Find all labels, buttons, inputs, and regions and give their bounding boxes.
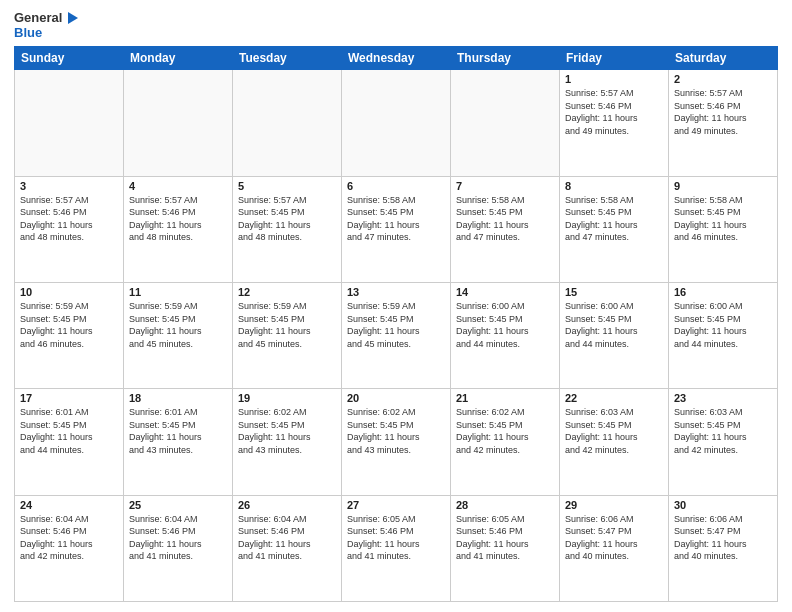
weekday-header-friday: Friday <box>560 47 669 70</box>
weekday-row: SundayMondayTuesdayWednesdayThursdayFrid… <box>15 47 778 70</box>
day-info: Sunrise: 5:59 AM Sunset: 5:45 PM Dayligh… <box>347 300 445 350</box>
day-info: Sunrise: 5:57 AM Sunset: 5:46 PM Dayligh… <box>20 194 118 244</box>
calendar-cell: 3Sunrise: 5:57 AM Sunset: 5:46 PM Daylig… <box>15 176 124 282</box>
calendar-cell: 24Sunrise: 6:04 AM Sunset: 5:46 PM Dayli… <box>15 495 124 601</box>
day-info: Sunrise: 6:06 AM Sunset: 5:47 PM Dayligh… <box>565 513 663 563</box>
calendar-cell: 13Sunrise: 5:59 AM Sunset: 5:45 PM Dayli… <box>342 282 451 388</box>
calendar-cell: 17Sunrise: 6:01 AM Sunset: 5:45 PM Dayli… <box>15 389 124 495</box>
calendar-cell: 7Sunrise: 5:58 AM Sunset: 5:45 PM Daylig… <box>451 176 560 282</box>
calendar-cell: 30Sunrise: 6:06 AM Sunset: 5:47 PM Dayli… <box>669 495 778 601</box>
calendar-cell: 23Sunrise: 6:03 AM Sunset: 5:45 PM Dayli… <box>669 389 778 495</box>
calendar-cell: 22Sunrise: 6:03 AM Sunset: 5:45 PM Dayli… <box>560 389 669 495</box>
calendar-week-1: 3Sunrise: 5:57 AM Sunset: 5:46 PM Daylig… <box>15 176 778 282</box>
calendar-cell: 18Sunrise: 6:01 AM Sunset: 5:45 PM Dayli… <box>124 389 233 495</box>
calendar-cell: 1Sunrise: 5:57 AM Sunset: 5:46 PM Daylig… <box>560 70 669 176</box>
weekday-header-saturday: Saturday <box>669 47 778 70</box>
weekday-header-wednesday: Wednesday <box>342 47 451 70</box>
day-info: Sunrise: 6:02 AM Sunset: 5:45 PM Dayligh… <box>238 406 336 456</box>
day-number: 21 <box>456 392 554 404</box>
day-number: 4 <box>129 180 227 192</box>
day-info: Sunrise: 5:58 AM Sunset: 5:45 PM Dayligh… <box>456 194 554 244</box>
weekday-header-sunday: Sunday <box>15 47 124 70</box>
calendar-cell: 26Sunrise: 6:04 AM Sunset: 5:46 PM Dayli… <box>233 495 342 601</box>
day-info: Sunrise: 6:04 AM Sunset: 5:46 PM Dayligh… <box>20 513 118 563</box>
weekday-header-monday: Monday <box>124 47 233 70</box>
day-number: 6 <box>347 180 445 192</box>
day-info: Sunrise: 6:05 AM Sunset: 5:46 PM Dayligh… <box>347 513 445 563</box>
day-number: 15 <box>565 286 663 298</box>
day-info: Sunrise: 5:57 AM Sunset: 5:46 PM Dayligh… <box>674 87 772 137</box>
day-number: 22 <box>565 392 663 404</box>
day-number: 18 <box>129 392 227 404</box>
day-number: 26 <box>238 499 336 511</box>
calendar: SundayMondayTuesdayWednesdayThursdayFrid… <box>14 46 778 602</box>
day-number: 29 <box>565 499 663 511</box>
day-info: Sunrise: 6:02 AM Sunset: 5:45 PM Dayligh… <box>456 406 554 456</box>
calendar-week-3: 17Sunrise: 6:01 AM Sunset: 5:45 PM Dayli… <box>15 389 778 495</box>
calendar-cell: 19Sunrise: 6:02 AM Sunset: 5:45 PM Dayli… <box>233 389 342 495</box>
calendar-cell: 28Sunrise: 6:05 AM Sunset: 5:46 PM Dayli… <box>451 495 560 601</box>
day-info: Sunrise: 5:59 AM Sunset: 5:45 PM Dayligh… <box>129 300 227 350</box>
day-info: Sunrise: 6:06 AM Sunset: 5:47 PM Dayligh… <box>674 513 772 563</box>
day-number: 17 <box>20 392 118 404</box>
calendar-cell: 6Sunrise: 5:58 AM Sunset: 5:45 PM Daylig… <box>342 176 451 282</box>
day-info: Sunrise: 5:58 AM Sunset: 5:45 PM Dayligh… <box>674 194 772 244</box>
day-number: 24 <box>20 499 118 511</box>
day-number: 7 <box>456 180 554 192</box>
day-info: Sunrise: 6:01 AM Sunset: 5:45 PM Dayligh… <box>129 406 227 456</box>
logo: General Blue <box>14 10 80 40</box>
calendar-cell: 12Sunrise: 5:59 AM Sunset: 5:45 PM Dayli… <box>233 282 342 388</box>
calendar-cell: 20Sunrise: 6:02 AM Sunset: 5:45 PM Dayli… <box>342 389 451 495</box>
calendar-cell: 15Sunrise: 6:00 AM Sunset: 5:45 PM Dayli… <box>560 282 669 388</box>
day-number: 19 <box>238 392 336 404</box>
calendar-cell: 16Sunrise: 6:00 AM Sunset: 5:45 PM Dayli… <box>669 282 778 388</box>
day-info: Sunrise: 6:05 AM Sunset: 5:46 PM Dayligh… <box>456 513 554 563</box>
day-info: Sunrise: 6:00 AM Sunset: 5:45 PM Dayligh… <box>565 300 663 350</box>
svg-marker-0 <box>68 12 78 24</box>
calendar-header: SundayMondayTuesdayWednesdayThursdayFrid… <box>15 47 778 70</box>
day-info: Sunrise: 5:59 AM Sunset: 5:45 PM Dayligh… <box>20 300 118 350</box>
calendar-cell: 21Sunrise: 6:02 AM Sunset: 5:45 PM Dayli… <box>451 389 560 495</box>
calendar-cell <box>233 70 342 176</box>
day-number: 10 <box>20 286 118 298</box>
day-number: 14 <box>456 286 554 298</box>
calendar-cell: 4Sunrise: 5:57 AM Sunset: 5:46 PM Daylig… <box>124 176 233 282</box>
day-info: Sunrise: 5:58 AM Sunset: 5:45 PM Dayligh… <box>347 194 445 244</box>
day-number: 27 <box>347 499 445 511</box>
calendar-cell <box>15 70 124 176</box>
day-info: Sunrise: 5:57 AM Sunset: 5:46 PM Dayligh… <box>565 87 663 137</box>
calendar-cell: 5Sunrise: 5:57 AM Sunset: 5:45 PM Daylig… <box>233 176 342 282</box>
calendar-cell: 2Sunrise: 5:57 AM Sunset: 5:46 PM Daylig… <box>669 70 778 176</box>
day-number: 30 <box>674 499 772 511</box>
calendar-cell: 25Sunrise: 6:04 AM Sunset: 5:46 PM Dayli… <box>124 495 233 601</box>
header: General Blue <box>14 10 778 40</box>
day-info: Sunrise: 5:57 AM Sunset: 5:46 PM Dayligh… <box>129 194 227 244</box>
day-number: 12 <box>238 286 336 298</box>
day-number: 8 <box>565 180 663 192</box>
calendar-week-4: 24Sunrise: 6:04 AM Sunset: 5:46 PM Dayli… <box>15 495 778 601</box>
calendar-week-0: 1Sunrise: 5:57 AM Sunset: 5:46 PM Daylig… <box>15 70 778 176</box>
calendar-cell: 9Sunrise: 5:58 AM Sunset: 5:45 PM Daylig… <box>669 176 778 282</box>
logo-container: General Blue <box>14 10 80 40</box>
day-number: 20 <box>347 392 445 404</box>
logo-triangle-icon <box>64 10 80 26</box>
calendar-cell: 10Sunrise: 5:59 AM Sunset: 5:45 PM Dayli… <box>15 282 124 388</box>
calendar-body: 1Sunrise: 5:57 AM Sunset: 5:46 PM Daylig… <box>15 70 778 602</box>
calendar-cell: 29Sunrise: 6:06 AM Sunset: 5:47 PM Dayli… <box>560 495 669 601</box>
calendar-cell <box>342 70 451 176</box>
day-number: 28 <box>456 499 554 511</box>
day-info: Sunrise: 6:01 AM Sunset: 5:45 PM Dayligh… <box>20 406 118 456</box>
day-info: Sunrise: 5:58 AM Sunset: 5:45 PM Dayligh… <box>565 194 663 244</box>
day-number: 9 <box>674 180 772 192</box>
calendar-cell: 11Sunrise: 5:59 AM Sunset: 5:45 PM Dayli… <box>124 282 233 388</box>
calendar-cell <box>451 70 560 176</box>
day-number: 25 <box>129 499 227 511</box>
day-number: 3 <box>20 180 118 192</box>
day-number: 11 <box>129 286 227 298</box>
weekday-header-thursday: Thursday <box>451 47 560 70</box>
day-info: Sunrise: 6:02 AM Sunset: 5:45 PM Dayligh… <box>347 406 445 456</box>
day-info: Sunrise: 6:03 AM Sunset: 5:45 PM Dayligh… <box>565 406 663 456</box>
day-number: 16 <box>674 286 772 298</box>
calendar-week-2: 10Sunrise: 5:59 AM Sunset: 5:45 PM Dayli… <box>15 282 778 388</box>
logo-general: General <box>14 11 62 25</box>
